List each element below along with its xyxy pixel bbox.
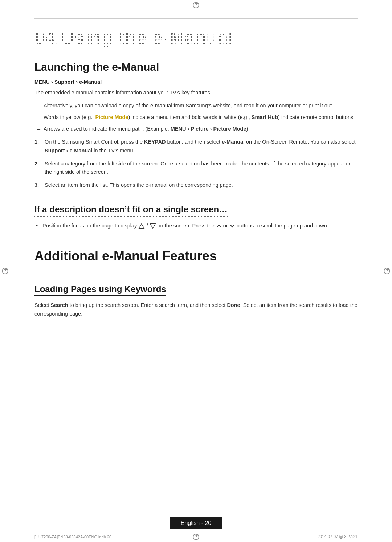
- list-item: Words in yellow (e.g., Picture Mode) ind…: [34, 113, 358, 122]
- page-icon-down: [150, 223, 156, 229]
- top-divider: [34, 18, 358, 19]
- footer: English - 20: [0, 517, 392, 529]
- arrow-up-icon: [216, 223, 222, 229]
- reg-circle-top: [193, 2, 199, 8]
- loading-heading: Loading Pages using Keywords: [34, 284, 166, 296]
- description-bullet: Position the focus on the page to displa…: [34, 222, 358, 230]
- corner-mark-tr-h: [381, 15, 392, 15]
- step-2: 2.Select a category from the left side o…: [34, 160, 358, 177]
- corner-mark-tl-v: [15, 0, 15, 11]
- corner-mark-bl-v: [15, 531, 15, 542]
- step-num: 3.: [34, 181, 39, 190]
- steps-list: 1.On the Samsung Smart Control, press th…: [34, 138, 358, 190]
- menu-path: MENU › Support › e-Manual: [34, 79, 358, 85]
- emanual-bold: e-Manual: [222, 139, 245, 145]
- launching-heading: Launching the e-Manual: [34, 61, 358, 73]
- bold-text: Smart Hub: [252, 114, 278, 120]
- arrow-down-icon: [229, 223, 235, 229]
- loading-body: Select Search to bring up the search scr…: [34, 301, 358, 319]
- list-item: Arrows are used to indicate the menu pat…: [34, 125, 358, 134]
- content-area: 04.Using the e-Manual Launching the e-Ma…: [0, 0, 392, 352]
- list-item: Alternatively, you can download a copy o…: [34, 102, 358, 110]
- features-heading: Additional e-Manual Features: [34, 249, 358, 264]
- support-bold: Support › e-Manual: [45, 148, 92, 153]
- section-divider: [34, 275, 358, 275]
- bullet-list: Alternatively, you can download a copy o…: [34, 102, 358, 134]
- corner-mark-br-v: [377, 531, 377, 542]
- yellow-text: Picture Mode: [95, 114, 128, 120]
- bottom-info: [HU7200-ZA]BN68-06542A-00ENG.indb 20 201…: [34, 534, 358, 539]
- footer-label: English - 20: [170, 517, 222, 529]
- step-num: 1.: [34, 138, 39, 147]
- corner-mark-tl-h: [0, 15, 11, 15]
- page-icon-up: [138, 223, 145, 229]
- menu-example: MENU › Picture › Picture Mode: [171, 126, 246, 132]
- search-bold: Search: [50, 302, 68, 308]
- reg-circle-left: [2, 268, 8, 274]
- chapter-title: 04.Using the e-Manual: [34, 27, 358, 48]
- step-num: 2.: [34, 160, 39, 168]
- reg-circle-right: [384, 268, 390, 274]
- intro-text: The embedded e-manual contains informati…: [34, 89, 358, 97]
- corner-mark-tr-v: [377, 0, 377, 11]
- step-1: 1.On the Samsung Smart Control, press th…: [34, 138, 358, 155]
- file-info-right: 2014-07-07 ⨂ 3:27:21: [318, 534, 358, 539]
- page: 04.Using the e-Manual Launching the e-Ma…: [0, 0, 392, 542]
- subsection-heading: If a description doesn’t fit on a single…: [34, 204, 228, 217]
- file-info-left: [HU7200-ZA]BN68-06542A-00ENG.indb 20: [34, 535, 111, 539]
- step-3: 3.Select an item from the list. This ope…: [34, 181, 358, 190]
- done-bold: Done: [227, 302, 240, 308]
- keypad-bold: KEYPAD: [144, 139, 166, 145]
